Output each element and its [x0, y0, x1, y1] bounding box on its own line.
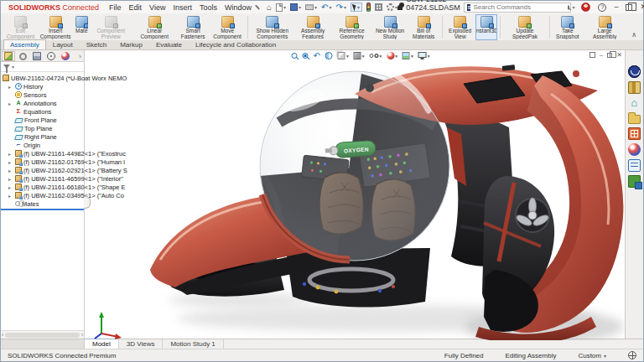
tree-item-component-interior[interactable]: ▸(f) UBW-21161-46599<1> ("Interior" [1, 174, 84, 183]
tree-item-front-plane[interactable]: Front Plane [1, 116, 84, 124]
filter-dropdown-icon[interactable]: ▾ [12, 64, 14, 70]
zoom-to-fit-icon[interactable] [292, 53, 298, 59]
new-document-button[interactable]: ▾ [276, 3, 286, 12]
expand-icon[interactable]: ▸ [8, 168, 13, 173]
unit-dropdown-icon[interactable]: ▾ [604, 353, 606, 359]
search-dropdown-icon[interactable]: ▾ [572, 4, 574, 10]
tab-lifecycle-collaboration[interactable]: Lifecycle and Collaboration [189, 39, 283, 49]
tree-item-top-plane[interactable]: Top Plane [1, 124, 84, 132]
take-snapshot-button[interactable]: Take Snapshot [553, 14, 584, 40]
forum-icon[interactable] [628, 175, 641, 188]
user-avatar[interactable] [581, 3, 590, 12]
minimize-button[interactable]: – [614, 3, 618, 11]
tree-item-sensors[interactable]: Sensors [1, 90, 84, 99]
tree-item-mates[interactable]: Mates [1, 199, 84, 208]
doc-minimize-button[interactable]: – [600, 53, 603, 58]
show-hidden-components-button[interactable]: Show Hidden Components [251, 14, 294, 40]
expand-icon[interactable]: ▸ [8, 159, 13, 165]
assembly-features-button[interactable]: Assembly Features▾ [294, 14, 332, 40]
custom-properties-icon[interactable] [628, 159, 641, 172]
tab-markup[interactable]: Markup [113, 39, 149, 49]
redo-button[interactable]: ↷▾ [335, 3, 345, 11]
tab-motion-study[interactable]: Motion Study 1 [163, 339, 223, 349]
3d-model-viewport[interactable]: OXYGEN [85, 50, 625, 340]
expand-icon[interactable]: ▸ [8, 176, 13, 182]
options-button[interactable]: ▾ [387, 3, 397, 11]
view-settings-button[interactable]: ▾ [418, 54, 430, 59]
scrollbar-thumb[interactable] [5, 333, 79, 338]
expand-icon[interactable]: ▸ [8, 101, 13, 106]
file-explorer-icon[interactable] [628, 115, 641, 124]
previous-view-icon[interactable]: ↶ [314, 52, 320, 59]
reference-geometry-button[interactable]: Reference Geometry▾ [332, 14, 372, 40]
expand-icon[interactable]: ▸ [8, 151, 13, 157]
menu-window[interactable]: Window [225, 3, 252, 12]
exploded-view-button[interactable]: Exploded View▾ [444, 14, 475, 40]
menu-tools[interactable]: Tools [200, 3, 217, 12]
3dexperience-icon[interactable] [628, 65, 641, 78]
tab-sketch[interactable]: Sketch [80, 39, 113, 49]
expand-icon[interactable]: ▸ [8, 193, 13, 199]
performance-evaluation-icon[interactable] [366, 3, 371, 12]
component-preview-window-button[interactable]: Component Preview Window [89, 14, 132, 40]
edit-component-button[interactable]: Edit Component [4, 14, 37, 40]
tree-item-history[interactable]: ▸History [1, 82, 84, 90]
tree-item-component-battery[interactable]: ▸(f) UBW-21162-02921<1> ("Battery S [1, 166, 84, 174]
save-button[interactable]: ▾ [290, 3, 301, 11]
ribbon-collapse-button[interactable]: ∧ [626, 31, 641, 40]
update-speedpak-button[interactable]: Update SpeedPak Subassemblies [503, 14, 547, 40]
tab-dimxpertmanager[interactable] [44, 51, 58, 61]
menu-edit[interactable]: Edit [129, 3, 143, 12]
help-button[interactable]: ? [598, 3, 606, 12]
tab-evaluate[interactable]: Evaluate [149, 39, 189, 49]
tree-item-component-human[interactable]: ▸(f) UBW-21162-01769<1> ("Human I [1, 158, 84, 166]
search-icon[interactable] [568, 5, 569, 10]
tree-horizontal-scrollbar[interactable]: ‹ › [1, 330, 84, 339]
restore-button[interactable] [626, 4, 632, 11]
tab-layout[interactable]: Layout [46, 39, 80, 49]
status-unit-selector[interactable]: Custom ▾ [578, 352, 606, 359]
doc-window-icon[interactable] [589, 52, 595, 58]
print-button[interactable]: ▾ [305, 4, 317, 10]
search-commands-box[interactable]: S ▾ [464, 3, 571, 13]
globe-icon[interactable] [628, 351, 636, 359]
scroll-right-icon[interactable]: › [81, 332, 83, 338]
view-orientation-button[interactable]: ▾ [338, 52, 349, 59]
large-assembly-settings-button[interactable]: Large Assembly Settings▾ [583, 14, 626, 40]
new-motion-study-button[interactable]: New Motion Study [372, 14, 408, 40]
tree-item-component-autoco[interactable]: ▸(f) UBW-21162-03495<1> ("Auto Co [1, 191, 84, 199]
smart-fasteners-button[interactable]: Smart Fasteners [176, 14, 210, 40]
bill-of-materials-button[interactable]: Bill of Materials▾ [408, 14, 439, 40]
undo-button[interactable]: ↶▾ [321, 3, 331, 11]
linear-component-pattern-button[interactable]: Linear Component Pattern▾ [132, 14, 176, 40]
tab-featuremanager-tree[interactable] [2, 51, 15, 61]
design-library-icon[interactable] [628, 81, 641, 94]
display-style-button[interactable]: ▾ [354, 52, 365, 59]
apply-scene-button[interactable]: ▾ [402, 52, 413, 59]
appearances-icon[interactable] [628, 143, 641, 156]
zoom-to-area-icon[interactable] [303, 53, 309, 59]
display-grid-icon[interactable] [375, 3, 382, 11]
home-icon[interactable]: ⌂ [628, 97, 641, 110]
hide-show-items-button[interactable]: ▾ [369, 54, 382, 59]
select-tool-button[interactable]: ▾ [351, 3, 362, 12]
instant3d-button[interactable]: Instant3D [475, 14, 497, 40]
tab-displaymanager[interactable] [59, 51, 72, 61]
expand-icon[interactable]: ▸ [8, 184, 13, 190]
tree-item-component-exostructure[interactable]: ▸(f) UBW-21161-44982<1> ("Exostruc [1, 149, 84, 158]
tab-configurationmanager[interactable] [30, 51, 44, 61]
expand-icon[interactable]: ▸ [8, 84, 13, 90]
view-palette-icon[interactable] [628, 127, 641, 140]
tree-item-annotations[interactable]: ▸AAnnotations [1, 99, 84, 107]
menu-insert[interactable]: Insert [173, 3, 192, 12]
tree-filter[interactable]: ▾ [1, 62, 84, 72]
doc-restore-button[interactable] [607, 53, 612, 58]
graphics-area[interactable]: ↶ ▾ ▾ ▾ ▾ ▾ ▾ – ✕ [85, 50, 625, 339]
section-view-icon[interactable] [325, 52, 333, 59]
tree-item-component-shape[interactable]: ▸(f) UBW-21161-66180<1> ("Shape E [1, 183, 84, 191]
insert-components-button[interactable]: Insert Components▾ [37, 14, 74, 40]
feature-tabs-overflow-button[interactable]: › [79, 53, 83, 60]
home-button[interactable]: ⌂ [267, 3, 272, 11]
mate-button[interactable]: Mate [74, 14, 89, 40]
menu-view[interactable]: View [149, 3, 165, 12]
